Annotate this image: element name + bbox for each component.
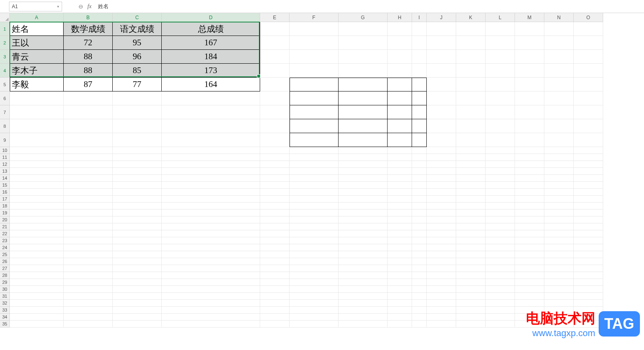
cell-F5[interactable] bbox=[290, 78, 339, 91]
cell-I9[interactable] bbox=[412, 133, 427, 147]
cell-B17[interactable] bbox=[64, 196, 113, 203]
cell-K8[interactable] bbox=[456, 119, 486, 133]
row-header-24[interactable]: 24 bbox=[0, 244, 10, 251]
cell-K21[interactable] bbox=[456, 223, 486, 230]
cell-O12[interactable] bbox=[574, 161, 603, 168]
column-header-H[interactable]: H bbox=[388, 13, 412, 22]
cell-A26[interactable] bbox=[10, 258, 64, 265]
cell-C31[interactable] bbox=[113, 293, 162, 300]
cell-E23[interactable] bbox=[260, 237, 290, 244]
row-header-16[interactable]: 16 bbox=[0, 189, 10, 196]
cell-G32[interactable] bbox=[339, 300, 388, 307]
cell-N9[interactable] bbox=[544, 133, 574, 147]
cell-J9[interactable] bbox=[427, 133, 456, 147]
cell-L9[interactable] bbox=[486, 133, 515, 147]
cell-L34[interactable] bbox=[486, 314, 515, 321]
cell-D17[interactable] bbox=[162, 196, 260, 203]
cell-F9[interactable] bbox=[290, 133, 339, 147]
cell-H12[interactable] bbox=[388, 161, 412, 168]
cell-B27[interactable] bbox=[64, 265, 113, 272]
cell-E21[interactable] bbox=[260, 223, 290, 230]
cell-G26[interactable] bbox=[339, 258, 388, 265]
cell-G15[interactable] bbox=[339, 182, 388, 189]
cell-J21[interactable] bbox=[427, 223, 456, 230]
cell-E19[interactable] bbox=[260, 210, 290, 216]
cell-E1[interactable] bbox=[260, 22, 290, 36]
cell-E15[interactable] bbox=[260, 182, 290, 189]
cell-M32[interactable] bbox=[515, 300, 544, 307]
cell-F33[interactable] bbox=[290, 307, 339, 314]
cell-C34[interactable] bbox=[113, 314, 162, 321]
cell-J2[interactable] bbox=[427, 36, 456, 50]
cell-O25[interactable] bbox=[574, 251, 603, 258]
cell-D7[interactable] bbox=[162, 105, 260, 119]
cell-N16[interactable] bbox=[544, 189, 574, 196]
cell-B33[interactable] bbox=[64, 307, 113, 314]
cell-J18[interactable] bbox=[427, 203, 456, 210]
cell-M27[interactable] bbox=[515, 265, 544, 272]
cell-G23[interactable] bbox=[339, 237, 388, 244]
cell-G22[interactable] bbox=[339, 230, 388, 237]
cell-C16[interactable] bbox=[113, 189, 162, 196]
column-header-O[interactable]: O bbox=[574, 13, 603, 22]
cell-M19[interactable] bbox=[515, 210, 544, 216]
cell-A23[interactable] bbox=[10, 237, 64, 244]
cell-O16[interactable] bbox=[574, 189, 603, 196]
cell-D15[interactable] bbox=[162, 182, 260, 189]
cell-L32[interactable] bbox=[486, 300, 515, 307]
cell-G13[interactable] bbox=[339, 168, 388, 175]
cell-G9[interactable] bbox=[339, 133, 388, 147]
cell-G14[interactable] bbox=[339, 175, 388, 182]
formula-input[interactable] bbox=[96, 2, 644, 11]
cell-K24[interactable] bbox=[456, 244, 486, 251]
cell-G30[interactable] bbox=[339, 286, 388, 293]
cell-G29[interactable] bbox=[339, 279, 388, 286]
cell-L33[interactable] bbox=[486, 307, 515, 314]
cell-B24[interactable] bbox=[64, 244, 113, 251]
row-header-30[interactable]: 30 bbox=[0, 286, 10, 293]
cell-B21[interactable] bbox=[64, 223, 113, 230]
cell-D2[interactable]: 167 bbox=[162, 36, 260, 50]
cell-A12[interactable] bbox=[10, 161, 64, 168]
cell-H10[interactable] bbox=[388, 147, 412, 154]
cell-C27[interactable] bbox=[113, 265, 162, 272]
cell-D25[interactable] bbox=[162, 251, 260, 258]
cell-N10[interactable] bbox=[544, 147, 574, 154]
cell-E29[interactable] bbox=[260, 279, 290, 286]
cell-N7[interactable] bbox=[544, 105, 574, 119]
cell-N25[interactable] bbox=[544, 251, 574, 258]
cell-E25[interactable] bbox=[260, 251, 290, 258]
cell-E34[interactable] bbox=[260, 314, 290, 321]
cell-D12[interactable] bbox=[162, 161, 260, 168]
cell-D29[interactable] bbox=[162, 279, 260, 286]
cell-N29[interactable] bbox=[544, 279, 574, 286]
cell-F32[interactable] bbox=[290, 300, 339, 307]
cell-L4[interactable] bbox=[486, 64, 515, 78]
cell-I34[interactable] bbox=[412, 314, 427, 321]
cell-E12[interactable] bbox=[260, 161, 290, 168]
cell-K17[interactable] bbox=[456, 196, 486, 203]
cell-D23[interactable] bbox=[162, 237, 260, 244]
cell-H32[interactable] bbox=[388, 300, 412, 307]
row-header-27[interactable]: 27 bbox=[0, 265, 10, 272]
cell-J10[interactable] bbox=[427, 147, 456, 154]
cell-F4[interactable] bbox=[290, 64, 339, 78]
cell-G33[interactable] bbox=[339, 307, 388, 314]
cell-J26[interactable] bbox=[427, 258, 456, 265]
cell-H27[interactable] bbox=[388, 265, 412, 272]
cell-O13[interactable] bbox=[574, 168, 603, 175]
cell-K11[interactable] bbox=[456, 154, 486, 161]
cell-C23[interactable] bbox=[113, 237, 162, 244]
cell-L27[interactable] bbox=[486, 265, 515, 272]
cell-A21[interactable] bbox=[10, 223, 64, 230]
cell-J4[interactable] bbox=[427, 64, 456, 78]
cell-M20[interactable] bbox=[515, 216, 544, 223]
cell-B9[interactable] bbox=[64, 133, 113, 147]
cell-D20[interactable] bbox=[162, 216, 260, 223]
cell-D24[interactable] bbox=[162, 244, 260, 251]
cell-H34[interactable] bbox=[388, 314, 412, 321]
cell-A20[interactable] bbox=[10, 216, 64, 223]
column-header-G[interactable]: G bbox=[339, 13, 388, 22]
cell-D30[interactable] bbox=[162, 286, 260, 293]
cell-I2[interactable] bbox=[412, 36, 427, 50]
